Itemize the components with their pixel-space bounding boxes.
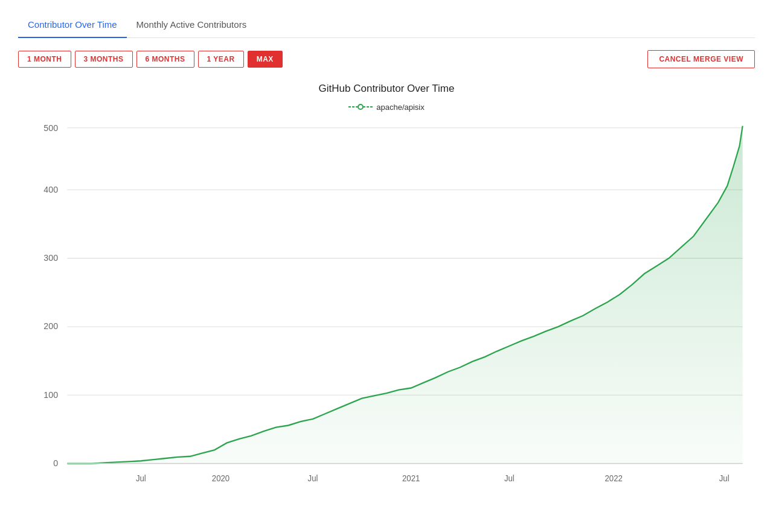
legend-series-name: apache/apisix	[376, 103, 425, 112]
btn-1-year[interactable]: 1 YEAR	[198, 51, 244, 68]
btn-6-months[interactable]: 6 MONTHS	[136, 51, 194, 68]
x-label-jul-2020: Jul	[308, 474, 318, 483]
x-label-2021: 2021	[402, 474, 420, 483]
chart-title: GitHub Contributor Over Time	[18, 83, 755, 95]
btn-1-month[interactable]: 1 MONTH	[18, 51, 71, 68]
legend-item-apisix: apache/apisix	[348, 102, 425, 112]
chart-svg: 0 100 200 300 400 500 Jul 2020 Jul	[18, 121, 755, 496]
tab-contributor-over-time[interactable]: Contributor Over Time	[18, 12, 127, 38]
y-label-400: 400	[43, 184, 58, 194]
x-label-jul-2022: Jul	[719, 474, 730, 483]
area-fill	[67, 126, 742, 463]
tab-monthly-active[interactable]: Monthly Active Contributors	[127, 12, 257, 38]
controls-row: 1 MONTH 3 MONTHS 6 MONTHS 1 YEAR MAX CAN…	[18, 50, 755, 68]
y-label-0: 0	[53, 458, 58, 468]
time-buttons-group: 1 MONTH 3 MONTHS 6 MONTHS 1 YEAR MAX	[18, 51, 283, 68]
y-label-100: 100	[43, 389, 58, 399]
x-label-2020: 2020	[212, 474, 229, 483]
btn-3-months[interactable]: 3 MONTHS	[75, 51, 133, 68]
tab-bar: Contributor Over Time Monthly Active Con…	[18, 12, 755, 38]
chart-area: 0 100 200 300 400 500 Jul 2020 Jul	[18, 121, 755, 496]
x-label-jul-2019: Jul	[136, 474, 146, 483]
legend-line-icon	[348, 102, 373, 112]
btn-max[interactable]: MAX	[248, 51, 283, 68]
y-label-500: 500	[43, 123, 58, 133]
x-label-jul-2021: Jul	[504, 474, 515, 483]
page-container: Contributor Over Time Monthly Active Con…	[0, 0, 773, 508]
y-label-300: 300	[43, 253, 58, 263]
chart-legend: apache/apisix	[18, 102, 755, 112]
y-label-200: 200	[43, 321, 58, 331]
x-label-2022: 2022	[605, 474, 622, 483]
chart-wrapper: GitHub Contributor Over Time apache/apis…	[18, 83, 755, 496]
cancel-merge-view-button[interactable]: CANCEL MERGE VIEW	[647, 50, 755, 68]
svg-point-1	[358, 104, 363, 109]
